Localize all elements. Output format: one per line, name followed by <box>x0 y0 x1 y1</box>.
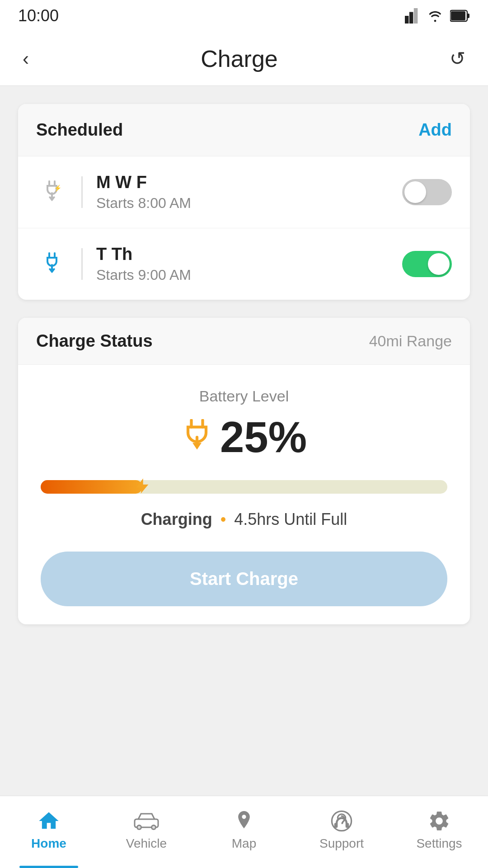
map-icon <box>234 809 254 833</box>
row-divider <box>81 176 83 208</box>
nav-label-vehicle: Vehicle <box>126 836 167 851</box>
settings-icon <box>427 809 451 833</box>
svg-point-23 <box>152 826 155 829</box>
svg-rect-25 <box>334 823 338 828</box>
schedule-days-tth: T Th <box>96 245 402 264</box>
support-icon <box>330 809 353 833</box>
battery-progress-bar <box>41 480 447 494</box>
toggle-mwf[interactable] <box>402 179 452 205</box>
status-icons <box>405 8 470 24</box>
scheduled-card-header: Scheduled Add <box>18 104 470 156</box>
plug-icon-inactive: ⚡ <box>41 179 63 205</box>
svg-rect-26 <box>346 823 349 828</box>
schedule-info-tth: T Th Starts 9:00 AM <box>96 245 402 283</box>
signal-icon <box>405 8 420 24</box>
svg-point-22 <box>138 826 141 829</box>
bottom-nav: Home Vehicle Map Support <box>0 796 488 868</box>
plug-icon-active <box>41 251 63 277</box>
nav-item-map[interactable]: Map <box>195 796 293 868</box>
svg-marker-2 <box>414 8 418 24</box>
page-title: Charge <box>201 45 278 72</box>
toggle-thumb-mwf <box>404 181 426 203</box>
svg-marker-0 <box>405 16 409 24</box>
svg-text:⚡: ⚡ <box>54 184 62 192</box>
charging-status-text: Charging • 4.5hrs Until Full <box>41 510 447 529</box>
charge-status-card: Charge Status 40mi Range Battery Level 2… <box>18 318 470 624</box>
back-button[interactable]: ‹ <box>18 45 33 73</box>
status-bar: 10:00 <box>0 0 488 32</box>
nav-item-settings[interactable]: Settings <box>390 796 488 868</box>
svg-marker-18 <box>136 478 149 493</box>
add-button[interactable]: Add <box>418 120 452 140</box>
nav-label-settings: Settings <box>416 836 462 851</box>
battery-percent-row: 25% <box>41 412 447 462</box>
row-divider-2 <box>81 248 83 280</box>
svg-rect-4 <box>467 14 469 18</box>
charge-status-header: Charge Status 40mi Range <box>18 318 470 365</box>
home-icon <box>37 809 61 833</box>
plug-icon-active-container <box>36 251 68 277</box>
start-charge-button[interactable]: Start Charge <box>41 552 447 606</box>
battery-level-label: Battery Level <box>41 387 447 405</box>
wifi-icon <box>427 8 444 24</box>
charge-status-body: Battery Level 25% <box>18 365 470 624</box>
nav-label-support: Support <box>319 836 364 851</box>
toggle-thumb-tth <box>428 253 450 275</box>
nav-label-home: Home <box>31 836 66 851</box>
nav-label-map: Map <box>232 836 256 851</box>
toggle-track-mwf[interactable] <box>402 179 452 205</box>
schedule-row-mwf: ⚡ M W F Starts 8:00 AM <box>18 156 470 228</box>
scheduled-title: Scheduled <box>36 120 123 140</box>
svg-marker-1 <box>409 12 413 24</box>
schedule-days-mwf: M W F <box>96 173 402 192</box>
scheduled-card: Scheduled Add ⚡ M W F Starts 8:00 AM <box>18 104 470 300</box>
schedule-time-tth: Starts 9:00 AM <box>96 267 402 283</box>
status-time: 10:00 <box>18 6 59 25</box>
nav-item-home[interactable]: Home <box>0 796 98 868</box>
nav-item-support[interactable]: Support <box>293 796 390 868</box>
schedule-time-mwf: Starts 8:00 AM <box>96 195 402 212</box>
schedule-info-mwf: M W F Starts 8:00 AM <box>96 173 402 212</box>
header: ‹ Charge ↺ <box>0 32 488 86</box>
battery-percent: 25% <box>220 412 307 462</box>
main-content: Scheduled Add ⚡ M W F Starts 8:00 AM <box>0 86 488 733</box>
svg-rect-5 <box>451 11 465 20</box>
battery-progress-fill <box>41 480 142 494</box>
nav-item-vehicle[interactable]: Vehicle <box>98 796 195 868</box>
battery-icon <box>450 9 470 22</box>
charge-status-title: Charge Status <box>36 331 153 351</box>
charge-status-range: 40mi Range <box>369 332 452 350</box>
plug-icon-inactive-container: ⚡ <box>36 179 68 205</box>
toggle-tth[interactable] <box>402 251 452 277</box>
progress-lightning-icon <box>133 477 151 497</box>
toggle-track-tth[interactable] <box>402 251 452 277</box>
refresh-button[interactable]: ↺ <box>445 43 470 74</box>
vehicle-icon <box>133 809 160 833</box>
charging-plug-icon <box>181 419 213 455</box>
schedule-row-tth: T Th Starts 9:00 AM <box>18 228 470 300</box>
